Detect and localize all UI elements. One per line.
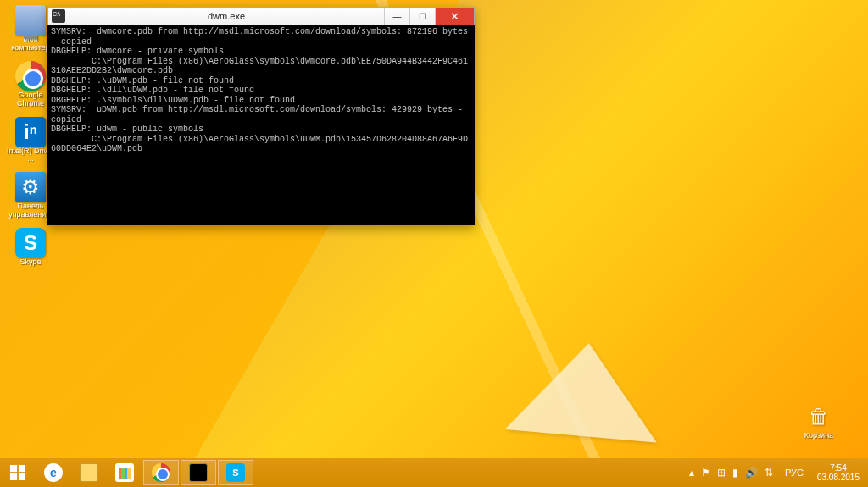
console-window[interactable]: dwm.exe — ☐ ✕ SYMSRV: dwmcore.pdb from h… [47,7,475,225]
recycle-bin-icon[interactable]: 🗑 Корзина [793,401,844,440]
skype-icon[interactable]: S Skype [5,228,56,267]
close-button[interactable]: ✕ [435,8,474,25]
desktop[interactable]: Мой компьютер Google Chromeiⁿ Intel(R) D… [0,0,868,487]
taskbar[interactable]: eS ▴⚑⊞▮🔊⇅ РУС 7:54 03.08.2015 [0,458,868,487]
tray-up-icon[interactable]: ▴ [689,467,694,479]
taskbar-ie-icon: e [44,463,63,482]
tray-wifi-icon[interactable]: ▮ [732,467,738,479]
intel-icon-image: iⁿ [15,117,46,147]
taskbar-spacer [254,458,682,487]
recycle-bin-icon-label: Корзина [804,432,833,440]
tray-volume-icon[interactable]: 🔊 [745,467,758,479]
taskbar-chrome-icon [152,463,170,482]
taskbar-explorer-icon [80,463,98,482]
console-output[interactable]: SYMSRV: dwmcore.pdb from http://msdl.mic… [47,25,475,225]
taskbar-explorer[interactable] [71,458,107,487]
window-controls: — ☐ ✕ [384,8,474,25]
svg-rect-1 [19,465,25,472]
svg-rect-2 [10,473,17,480]
console-icon [52,9,65,23]
svg-rect-0 [10,465,17,472]
skype-icon-image: S [15,228,46,258]
maximize-button[interactable]: ☐ [409,8,435,25]
window-title: dwm.exe [69,11,384,21]
taskbar-skype-icon: S [226,463,245,482]
windows-logo-icon [10,465,25,480]
tray-window-icon[interactable]: ⊞ [717,467,726,479]
taskbar-ie[interactable]: e [36,458,71,487]
language-indicator[interactable]: РУС [780,458,809,487]
taskbar-store-icon [115,463,134,482]
computer-icon-image [15,5,46,36]
taskbar-cmd-icon [189,463,208,482]
start-button[interactable] [0,458,36,487]
minimize-button[interactable]: — [384,8,409,25]
taskbar-store[interactable] [107,458,142,487]
wallpaper-accent [505,336,665,442]
taskbar-skype[interactable]: S [218,460,253,485]
control-panel-icon-image: ⚙ [15,172,46,202]
clock[interactable]: 7:54 03.08.2015 [809,458,868,487]
skype-icon-label: Skype [19,258,41,267]
chrome-icon-image [15,61,46,91]
recycle-bin-icon-image: 🗑 [804,401,834,432]
titlebar[interactable]: dwm.exe — ☐ ✕ [47,7,475,25]
svg-rect-3 [19,473,25,480]
clock-time: 7:54 [830,463,846,473]
tray-flag-icon[interactable]: ⚑ [701,467,710,479]
taskbar-chrome[interactable] [143,460,179,485]
desktop-icons-right: 🗑 Корзина [793,401,844,440]
system-tray[interactable]: ▴⚑⊞▮🔊⇅ [682,458,780,487]
taskbar-cmd[interactable] [181,460,216,485]
clock-date: 03.08.2015 [817,473,860,483]
tray-network-icon[interactable]: ⇅ [765,467,773,479]
